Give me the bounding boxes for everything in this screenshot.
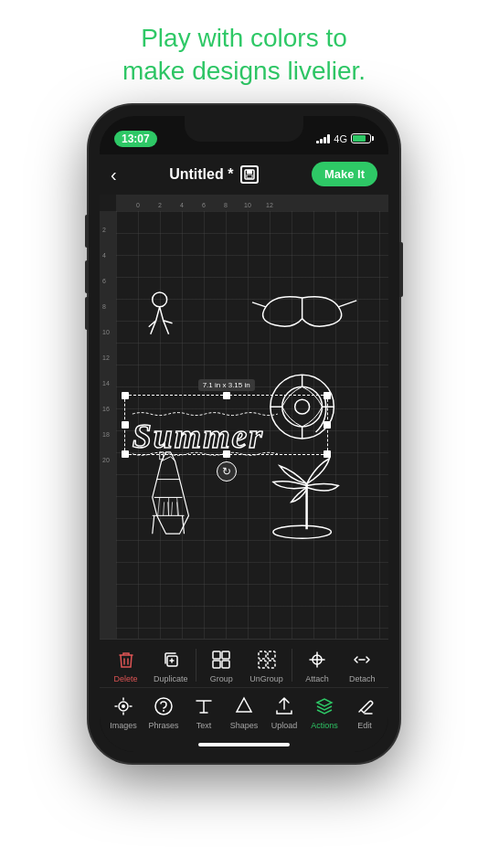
- battery-icon: [351, 133, 374, 143]
- handle-top-center[interactable]: [223, 392, 230, 399]
- toolbar-top: Delete Duplicate: [100, 640, 388, 688]
- toolbar-actions[interactable]: Actions: [304, 693, 345, 730]
- upload-label: Upload: [271, 721, 298, 730]
- attach-label: Attach: [305, 674, 329, 683]
- svg-point-21: [122, 704, 125, 708]
- shapes-icon: [231, 693, 257, 719]
- svg-rect-12: [222, 651, 229, 659]
- svg-point-23: [163, 710, 164, 712]
- toolbar-container: Delete Duplicate: [100, 639, 388, 752]
- network-label: 4G: [334, 133, 347, 144]
- ruler-left: 2 4 6 8 10 12 14 16 18 20: [100, 211, 116, 639]
- canvas-content: Summer: [116, 211, 388, 639]
- rotate-handle[interactable]: ↻: [217, 461, 237, 482]
- divider-1: [196, 649, 196, 682]
- handle-middle-right[interactable]: [324, 421, 331, 429]
- headline: Play with colors to make designs livelie…: [122, 22, 366, 89]
- ungroup-label: UnGroup: [249, 674, 283, 683]
- delete-label: Delete: [114, 674, 138, 683]
- trash-icon: [113, 647, 139, 672]
- toolbar-text[interactable]: Text: [184, 693, 224, 730]
- divider-2: [292, 649, 292, 682]
- handle-middle-left[interactable]: [122, 421, 129, 429]
- svg-rect-18: [268, 661, 275, 668]
- make-it-button[interactable]: Make It: [312, 162, 377, 186]
- shapes-label: Shapes: [230, 721, 259, 730]
- edit-icon: [352, 693, 377, 719]
- app-header: ‹ Untitled * Make It: [100, 154, 388, 195]
- images-label: Images: [110, 721, 137, 730]
- svg-point-9: [273, 525, 332, 538]
- handle-top-right[interactable]: [324, 392, 331, 399]
- svg-point-3: [153, 292, 167, 307]
- back-button[interactable]: ‹: [111, 165, 117, 184]
- status-right: 4G: [316, 133, 374, 144]
- dimension-label: 7.1 in x 3.15 in: [198, 379, 255, 391]
- svg-rect-1: [247, 170, 252, 174]
- duplicate-label: Duplicate: [154, 674, 188, 683]
- phone-mockup: 13:07 4G ‹ U: [89, 105, 399, 763]
- signal-bars: [316, 134, 330, 143]
- svg-point-22: [155, 698, 172, 715]
- svg-rect-11: [213, 651, 220, 659]
- ungroup-icon: [254, 647, 280, 672]
- toolbar-bottom: Images Phrases: [100, 688, 388, 739]
- handle-bottom-center[interactable]: [223, 450, 230, 458]
- toolbar-phrases[interactable]: Phrases: [143, 693, 184, 730]
- toolbar-upload[interactable]: Upload: [264, 693, 304, 730]
- toolbar-detach[interactable]: Detach: [342, 647, 382, 683]
- toolbar-group[interactable]: Group: [201, 647, 241, 683]
- upload-icon: [271, 693, 297, 719]
- selection-box[interactable]: 7.1 in x 3.15 in ↻: [124, 395, 329, 455]
- edit-label: Edit: [357, 721, 372, 730]
- toolbar-shapes[interactable]: Shapes: [224, 693, 264, 730]
- svg-rect-2: [247, 175, 252, 178]
- toolbar-edit[interactable]: Edit: [345, 693, 385, 730]
- phone-screen: 13:07 4G ‹ U: [100, 116, 388, 752]
- toolbar-delete[interactable]: Delete: [106, 647, 146, 683]
- svg-rect-13: [213, 661, 220, 668]
- handle-bottom-right[interactable]: [324, 450, 331, 458]
- handle-top-left[interactable]: [122, 392, 129, 399]
- toolbar-attach[interactable]: Attach: [297, 647, 337, 683]
- phrases-label: Phrases: [148, 721, 178, 730]
- status-time: 13:07: [114, 131, 157, 147]
- svg-rect-14: [222, 661, 229, 668]
- actions-icon: [312, 693, 337, 719]
- canvas-area[interactable]: 0 2 4 6 8 10 12 2 4 6 8 10 12 14 16: [100, 195, 388, 639]
- notch: [185, 116, 303, 142]
- header-title: Untitled *: [169, 165, 259, 184]
- group-label: Group: [210, 674, 233, 683]
- actions-label: Actions: [311, 721, 338, 730]
- svg-rect-17: [259, 661, 266, 668]
- ruler-top: 0 2 4 6 8 10 12: [116, 195, 388, 211]
- toolbar-images[interactable]: Images: [103, 693, 143, 730]
- text-icon: [191, 693, 217, 719]
- group-icon: [208, 647, 234, 672]
- svg-rect-15: [259, 651, 266, 659]
- home-indicator: [198, 743, 290, 746]
- toolbar-duplicate[interactable]: Duplicate: [151, 647, 191, 683]
- detach-label: Detach: [349, 674, 376, 683]
- phrases-icon: [151, 693, 176, 719]
- handle-bottom-left[interactable]: [122, 450, 129, 458]
- save-icon[interactable]: [240, 165, 259, 184]
- image-icon: [111, 693, 136, 719]
- detach-icon: [349, 647, 375, 672]
- attach-icon: [304, 647, 330, 672]
- duplicate-icon: [158, 647, 184, 672]
- text-label: Text: [196, 721, 212, 730]
- svg-rect-16: [268, 651, 275, 659]
- toolbar-ungroup[interactable]: UnGroup: [247, 647, 287, 683]
- phone-shell: 13:07 4G ‹ U: [89, 105, 399, 763]
